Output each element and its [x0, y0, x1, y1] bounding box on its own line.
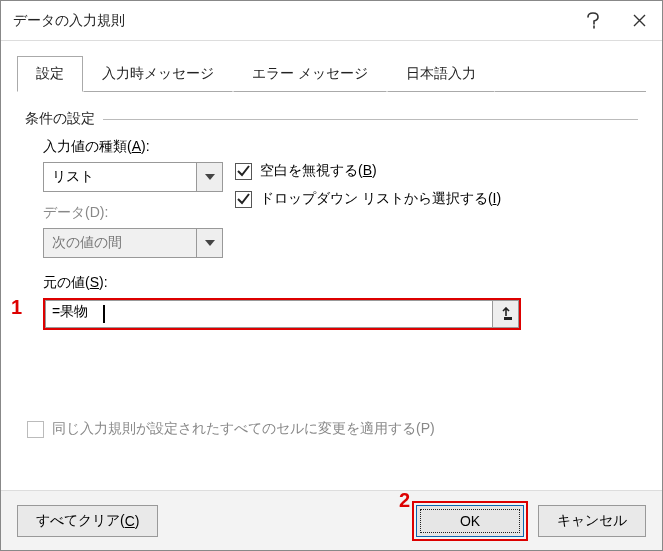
allow-dropdown-button[interactable] — [196, 163, 222, 191]
in-cell-dropdown-label: ドロップダウン リストから選択する(I) — [260, 190, 501, 208]
data-label: データ(D): — [43, 204, 235, 222]
text-caret — [103, 305, 105, 323]
source-input-group: =果物 — [43, 298, 521, 330]
apply-changes-checkbox: 同じ入力規則が設定されたすべてのセルに変更を適用する(P) — [25, 420, 638, 438]
checkbox-icon — [235, 163, 252, 180]
divider — [103, 119, 638, 120]
allow-value: リスト — [44, 168, 196, 186]
ignore-blank-checkbox[interactable]: 空白を無視する(B) — [235, 162, 638, 180]
cancel-button[interactable]: キャンセル — [538, 505, 646, 537]
dialog-footer: すべてクリア(C) 2 OK キャンセル — [1, 490, 662, 550]
allow-select[interactable]: リスト — [43, 162, 223, 192]
tab-bar: 設定 入力時メッセージ エラー メッセージ 日本語入力 — [17, 55, 646, 92]
annotation-2: 2 — [399, 489, 410, 512]
svg-rect-0 — [504, 317, 512, 320]
source-input[interactable]: =果物 — [45, 300, 493, 328]
tab-input-message[interactable]: 入力時メッセージ — [83, 56, 233, 92]
clear-all-button[interactable]: すべてクリア(C) — [17, 505, 158, 537]
ignore-blank-label: 空白を無視する(B) — [260, 162, 377, 180]
apply-changes-label: 同じ入力規則が設定されたすべてのセルに変更を適用する(P) — [52, 420, 435, 438]
criteria-heading-text: 条件の設定 — [25, 110, 95, 128]
title-bar: データの入力規則 — [1, 1, 662, 41]
settings-panel: 条件の設定 入力値の種類(A): リスト データ(D): 次の値の間 — [17, 92, 646, 448]
in-cell-dropdown-checkbox[interactable]: ドロップダウン リストから選択する(I) — [235, 190, 638, 208]
data-select: 次の値の間 — [43, 228, 223, 258]
dialog-title: データの入力規則 — [13, 12, 570, 30]
tab-error-alert[interactable]: エラー メッセージ — [233, 56, 387, 92]
help-button[interactable] — [570, 1, 616, 41]
criteria-heading: 条件の設定 — [25, 110, 638, 128]
checkbox-icon — [235, 191, 252, 208]
tab-settings[interactable]: 設定 — [17, 56, 83, 92]
source-value: =果物 — [52, 303, 88, 319]
allow-label: 入力値の種類(A): — [43, 138, 235, 156]
source-label: 元の値(S): — [43, 274, 638, 292]
dialog-content: 設定 入力時メッセージ エラー メッセージ 日本語入力 条件の設定 入力値の種類… — [1, 41, 662, 448]
data-dropdown-button — [196, 229, 222, 257]
checkbox-icon — [27, 421, 44, 438]
range-picker-button[interactable] — [493, 300, 519, 328]
data-value: 次の値の間 — [44, 234, 196, 252]
ok-button[interactable]: OK — [416, 505, 524, 537]
tab-ime[interactable]: 日本語入力 — [387, 56, 495, 92]
close-button[interactable] — [616, 1, 662, 41]
annotation-1: 1 — [11, 296, 22, 319]
